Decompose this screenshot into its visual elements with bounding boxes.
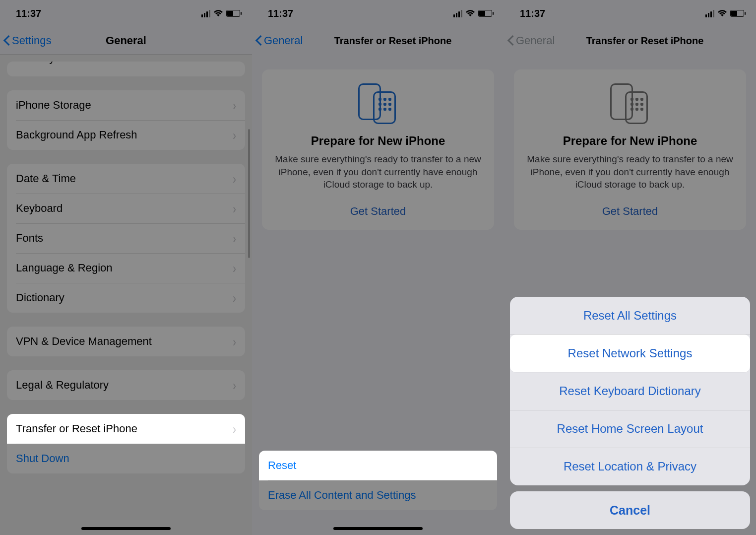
cellular-icon [201, 10, 210, 17]
nav-bar: General Transfer or Reset iPhone [252, 27, 504, 55]
status-right [453, 9, 492, 17]
prepare-desc: Make sure everything's ready to transfer… [274, 153, 482, 191]
row-keyboard[interactable]: Keyboard› [7, 194, 245, 223]
chevron-right-icon: › [233, 127, 236, 143]
action-sheet: Reset All Settings Reset Network Setting… [510, 297, 750, 529]
wifi-icon [465, 9, 475, 17]
chevron-right-icon: › [233, 334, 236, 349]
row-iphone-storage[interactable]: iPhone Storage› [7, 90, 245, 120]
scroll-indicator[interactable] [248, 129, 250, 258]
screen-reset-sheet: 11:37 General Transfer or Reset iPhone P… [504, 0, 756, 535]
back-label: Settings [12, 34, 52, 47]
row-language-region[interactable]: Language & Region› [7, 253, 245, 283]
page-title: General [106, 34, 146, 47]
row-reset[interactable]: Reset [259, 451, 497, 480]
transfer-phones-icon [274, 83, 482, 125]
chevron-right-icon: › [233, 260, 236, 276]
row-shut-down[interactable]: Shut Down [7, 444, 245, 473]
bottom-group-wrap: Reset Erase All Content and Settings [259, 451, 497, 510]
sheet-reset-network-settings[interactable]: Reset Network Settings [510, 334, 750, 372]
battery-icon [730, 10, 744, 17]
status-time: 11:37 [520, 8, 545, 19]
row-legal[interactable]: Legal & Regulatory› [7, 370, 245, 400]
transfer-phones-icon [526, 83, 734, 125]
chevron-right-icon: › [233, 377, 236, 393]
battery-icon [478, 10, 492, 17]
home-indicator[interactable] [81, 527, 171, 530]
row-transfer-reset[interactable]: Transfer or Reset iPhone› [7, 414, 245, 444]
prepare-title: Prepare for New iPhone [526, 134, 734, 148]
group-system: Date & Time› Keyboard› Fonts› Language &… [7, 164, 245, 313]
back-label: General [264, 34, 303, 47]
prepare-card: Prepare for New iPhone Make sure everyth… [514, 69, 746, 230]
status-bar: 11:37 [504, 0, 756, 27]
chevron-right-icon: › [233, 290, 236, 306]
wifi-icon [213, 9, 223, 17]
prepare-desc: Make sure everything's ready to transfer… [526, 153, 734, 191]
back-button[interactable]: General [508, 27, 555, 55]
chevron-right-icon: › [233, 171, 236, 187]
back-button[interactable]: General [256, 27, 303, 55]
row-date-time[interactable]: Date & Time› [7, 164, 245, 194]
screen-transfer-reset: 11:37 General Transfer or Reset iPhone P… [252, 0, 504, 535]
status-right [705, 9, 744, 17]
chevron-left-icon [4, 35, 11, 47]
row-erase-all[interactable]: Erase All Content and Settings [259, 480, 497, 510]
group-storage: iPhone Storage› Background App Refresh› [7, 90, 245, 150]
group-carplay: CarPlay › [7, 62, 245, 76]
sheet-reset-location-privacy[interactable]: Reset Location & Privacy [510, 448, 750, 485]
sheet-reset-all-settings[interactable]: Reset All Settings [510, 297, 750, 334]
row-background-refresh[interactable]: Background App Refresh› [7, 120, 245, 150]
group-legal: Legal & Regulatory› [7, 370, 245, 400]
status-bar: 11:37 [252, 0, 504, 27]
page-title: Transfer or Reset iPhone [557, 35, 704, 47]
nav-bar: General Transfer or Reset iPhone [504, 27, 756, 55]
chevron-right-icon: › [233, 62, 236, 66]
prepare-card: Prepare for New iPhone Make sure everyth… [262, 69, 494, 230]
chevron-right-icon: › [233, 97, 236, 113]
chevron-left-icon [508, 35, 515, 47]
chevron-left-icon [256, 35, 263, 47]
cellular-icon [705, 10, 714, 17]
get-started-link[interactable]: Get Started [526, 205, 734, 218]
row-carplay[interactable]: CarPlay › [7, 62, 245, 76]
back-button[interactable]: Settings [4, 27, 52, 54]
status-time: 11:37 [268, 8, 293, 19]
screen-general: 11:37 Settings General CarPlay › iPhon [0, 0, 252, 535]
chevron-right-icon: › [233, 421, 236, 437]
group-vpn: VPN & Device Management› [7, 327, 245, 356]
row-dictionary[interactable]: Dictionary› [7, 283, 245, 313]
sheet-cancel-button[interactable]: Cancel [510, 491, 750, 529]
chevron-right-icon: › [233, 201, 236, 216]
home-indicator[interactable] [333, 527, 423, 530]
status-bar: 11:37 [0, 0, 252, 27]
chevron-right-icon: › [233, 230, 236, 246]
row-fonts[interactable]: Fonts› [7, 223, 245, 253]
nav-bar: Settings General [0, 27, 252, 55]
cellular-icon [453, 10, 462, 17]
status-time: 11:37 [16, 8, 41, 19]
sheet-options: Reset All Settings Reset Network Setting… [510, 297, 750, 485]
battery-icon [226, 10, 240, 17]
sheet-reset-keyboard-dictionary[interactable]: Reset Keyboard Dictionary [510, 372, 750, 410]
group-reset: Transfer or Reset iPhone› Shut Down [7, 414, 245, 473]
sheet-reset-home-screen[interactable]: Reset Home Screen Layout [510, 410, 750, 448]
get-started-link[interactable]: Get Started [274, 205, 482, 218]
group-bottom: Reset Erase All Content and Settings [259, 451, 497, 510]
page-title: Transfer or Reset iPhone [305, 35, 452, 47]
status-right [201, 9, 240, 17]
back-label: General [516, 34, 555, 47]
row-vpn[interactable]: VPN & Device Management› [7, 327, 245, 356]
prepare-title: Prepare for New iPhone [274, 134, 482, 148]
wifi-icon [717, 9, 727, 17]
